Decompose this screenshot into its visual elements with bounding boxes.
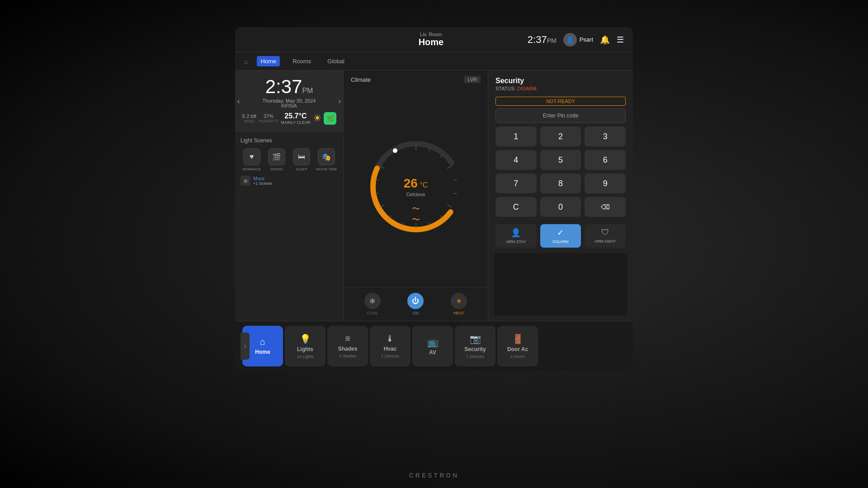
heat-button[interactable]: ☀ HEAT [451, 293, 467, 315]
more-grid-icon: ⊞ [241, 176, 250, 186]
security-header: Security STATUS: DISARM [488, 70, 633, 95]
tab-global[interactable]: Global [324, 56, 348, 66]
tab-rooms[interactable]: Rooms [289, 56, 315, 66]
left-panel: ‹ › 2:37PM Thursday, May 30, 2024 KIFISI… [235, 70, 344, 321]
climate-header: Climate LVR [344, 70, 488, 86]
clock-widget: ‹ › 2:37PM Thursday, May 30, 2024 KIFISI… [235, 70, 343, 132]
key-8[interactable]: 8 [540, 174, 581, 193]
arm-away-icon: 🛡 [601, 228, 609, 237]
bottom-nav: ↕ ⌂ Home 💡 Lights 14 Lights ≡ Shades 2 S… [235, 321, 633, 371]
key-clear[interactable]: C [495, 197, 537, 217]
power-button[interactable]: ⏻ ON [407, 293, 424, 315]
disarm-icon: ✓ [557, 228, 564, 238]
location-sub: Liv. Room [335, 32, 528, 37]
user-badge[interactable]: 👤 Psart [563, 33, 593, 47]
clock-next-button[interactable]: › [339, 97, 341, 105]
key-0[interactable]: 0 [540, 197, 581, 217]
nav-hvac[interactable]: 🌡 Hvac 1 Devices [370, 326, 410, 366]
scene-dining-button[interactable]: 🎬 [268, 148, 285, 165]
heat-icon: ☀ [451, 293, 467, 309]
sidebar-toggle-button[interactable]: ↕ [241, 333, 250, 360]
scenes-title: Light Scenes [241, 137, 338, 144]
temp-stat: 25.7°C MAINLY CLEAR [281, 112, 310, 125]
hamburger-menu-icon[interactable]: ☰ [617, 35, 624, 45]
security-nav-icon: 📷 [470, 333, 481, 344]
main-ui-panel: Liv. Room Home 2:37PM 👤 Psart 🔔 ☰ ⌂ Home… [235, 27, 633, 371]
climate-panel: Climate LVR [344, 70, 488, 321]
scene-romance[interactable]: ♥ ROMANCE [241, 148, 263, 171]
home-icon: ⌂ [244, 58, 248, 65]
key-3[interactable]: 3 [585, 127, 626, 146]
key-4[interactable]: 4 [495, 150, 537, 170]
disarm-button[interactable]: ✓ DISARM [540, 224, 581, 248]
scene-movie-time[interactable]: 🎭 MOVIE TIME [316, 148, 338, 171]
av-nav-icon: 📺 [427, 337, 439, 347]
key-7[interactable]: 7 [495, 174, 537, 193]
room-badge: LVR [464, 76, 481, 83]
top-right: 2:37PM 👤 Psart 🔔 ☰ [528, 33, 624, 47]
arm-away-button[interactable]: 🛡 ARM AWAY [585, 224, 626, 248]
climate-title: Climate [351, 76, 371, 83]
humidity-stat: 37% HUMIDITY [259, 113, 278, 123]
svg-line-8 [447, 205, 452, 207]
scene-sleep-button[interactable]: 🛏 [293, 148, 310, 165]
weather-icon-area: ☀ 🌿 [313, 112, 336, 125]
header-time: 2:37PM [528, 34, 557, 46]
nav-tabs: ⌂ Home Rooms Global [235, 52, 633, 70]
scene-sleep[interactable]: 🛏 SLEEP [291, 148, 313, 171]
not-ready-banner: NOT-READY [495, 97, 626, 106]
scene-romance-button[interactable]: ♥ [243, 148, 260, 165]
keypad: 1 2 3 4 5 6 7 8 9 C 0 ⌫ [488, 127, 633, 221]
nav-door[interactable]: 🚪 Door Ac 4 Doors [497, 326, 538, 366]
scene-movie-button[interactable]: 🎭 [318, 148, 335, 165]
security-status: STATUS: DISARM [495, 86, 626, 91]
cool-button[interactable]: ❄ COOL [364, 293, 381, 315]
key-2[interactable]: 2 [540, 127, 581, 146]
nav-security[interactable]: 📷 Security 1 Devices [455, 326, 495, 366]
cool-icon: ❄ [364, 293, 381, 309]
hvac-nav-icon: 🌡 [386, 333, 395, 344]
location-info: Liv. Room Home [335, 32, 528, 47]
key-1[interactable]: 1 [495, 127, 537, 146]
door-nav-icon: 🚪 [512, 333, 524, 344]
clock-prev-button[interactable]: ‹ [237, 97, 240, 105]
scenes-grid: ♥ ROMANCE 🎬 DINING 🛏 SLEEP 🎭 [241, 148, 338, 171]
sun-icon: ☀ [313, 113, 322, 124]
clock-time: 2:37PM [242, 77, 336, 96]
clock-date: Thursday, May 30, 2024 [242, 98, 336, 103]
nav-av[interactable]: 📺 AV [412, 326, 453, 366]
thermostat-area: 26 °C Celcious 〜〜 [344, 86, 488, 287]
nav-lights[interactable]: 💡 Lights 14 Lights [285, 326, 326, 366]
security-actions: 👤 ARM STAY ✓ DISARM 🛡 ARM AWAY [488, 221, 633, 253]
key-9[interactable]: 9 [585, 174, 626, 193]
arm-stay-button[interactable]: 👤 ARM STAY [495, 224, 537, 248]
shades-nav-icon: ≡ [345, 333, 350, 344]
scene-dining[interactable]: 🎬 DINING [265, 148, 288, 171]
screen-wrapper: Liv. Room Home 2:37PM 👤 Psart 🔔 ☰ ⌂ Home… [0, 0, 868, 488]
crestron-brand: CRESTRON [409, 472, 459, 479]
more-scenes-button[interactable]: ⊞ More +1 Scenes [241, 176, 338, 186]
svg-line-7 [453, 193, 457, 193]
weather-row: S 2 bft WIND 37% HUMIDITY 25.7°C MAINLY … [242, 112, 336, 125]
clock-city: KIFISIA [242, 103, 336, 108]
wind-stat: S 2 bft WIND [242, 113, 256, 123]
key-6[interactable]: 6 [585, 150, 626, 170]
eco-icon: 🌿 [324, 112, 336, 125]
pin-display[interactable]: Enter Pin code [495, 108, 626, 123]
security-panel: Security STATUS: DISARM NOT-READY Enter … [488, 70, 633, 321]
key-5[interactable]: 5 [540, 150, 581, 170]
main-content: ‹ › 2:37PM Thursday, May 30, 2024 KIFISI… [235, 70, 633, 321]
temperature-display: 26 °C [404, 176, 428, 191]
notification-bell-icon[interactable]: 🔔 [600, 35, 610, 45]
top-bar: Liv. Room Home 2:37PM 👤 Psart 🔔 ☰ [235, 27, 633, 52]
nav-shades[interactable]: ≡ Shades 2 Shades [327, 326, 368, 366]
avatar: 👤 [563, 33, 577, 47]
arm-stay-icon: 👤 [511, 228, 521, 238]
tab-home[interactable]: Home [257, 56, 280, 66]
thermostat-ring[interactable]: 26 °C Celcious 〜〜 [366, 137, 466, 236]
svg-line-6 [453, 179, 457, 180]
power-icon: ⏻ [407, 293, 424, 309]
home-nav-icon: ⌂ [260, 337, 265, 347]
key-backspace[interactable]: ⌫ [585, 197, 626, 217]
thermostat-center: 26 °C Celcious [404, 176, 428, 197]
